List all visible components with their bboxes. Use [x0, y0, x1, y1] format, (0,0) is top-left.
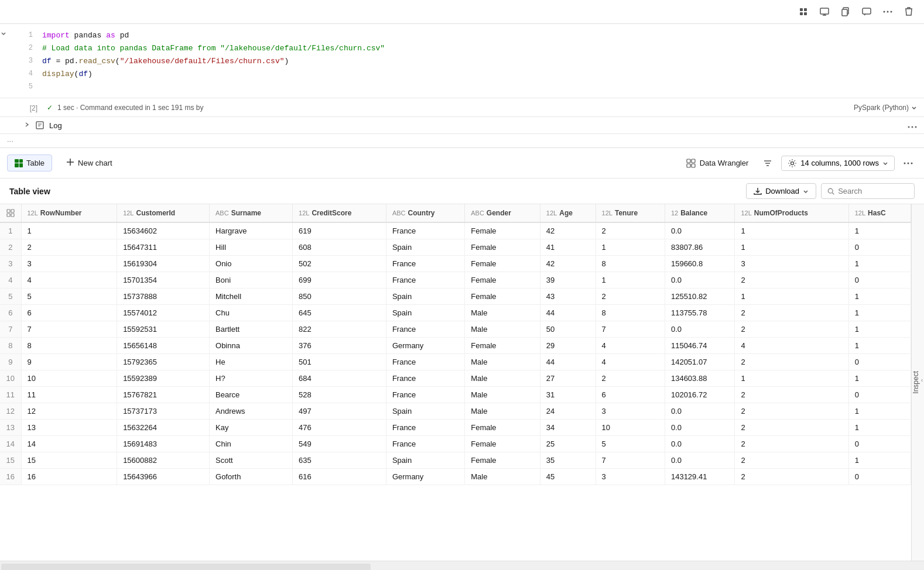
new-chart-button[interactable]: New chart	[59, 154, 119, 171]
log-expand-button[interactable]	[23, 121, 30, 130]
row-index-cell: 5	[0, 289, 21, 305]
table-cell: 15619304	[117, 256, 210, 272]
table-cell: 0	[848, 469, 911, 485]
table-cell: 1	[596, 272, 665, 289]
table-cell: 2	[596, 222, 665, 239]
table-cell: 376	[293, 338, 386, 354]
table-cell: 134603.88	[665, 370, 735, 387]
bottom-scrollbar[interactable]	[0, 561, 924, 570]
table-row: 121215737173Andrews497SpainMale2430.021	[0, 403, 911, 420]
table-cell: Male	[465, 387, 540, 403]
table-cell: Onio	[210, 256, 293, 272]
table-cell: 41	[540, 239, 596, 256]
col-hasc: 12LHasC	[848, 204, 911, 222]
table-tab[interactable]: Table	[7, 154, 52, 171]
svg-point-18	[915, 126, 917, 128]
table-row: 5515737888Mitchell850SpainFemale43212551…	[0, 289, 911, 305]
table-cell: 2	[735, 420, 848, 436]
table-cell: 2	[735, 469, 848, 485]
table-cell: 15632264	[117, 420, 210, 436]
download-button[interactable]: Download	[746, 183, 816, 199]
table-cell: France	[386, 256, 464, 272]
log-label: Log	[49, 121, 62, 130]
table-cell: 0.0	[665, 321, 735, 338]
table-cell: 4	[596, 354, 665, 370]
table-cell: 15691483	[117, 436, 210, 452]
inspect-label: Inspect	[912, 371, 920, 394]
table-cell: 9	[21, 354, 117, 370]
table-cell: 15701354	[117, 272, 210, 289]
columns-rows-button[interactable]: 14 columns, 1000 rows	[781, 156, 895, 171]
table-cell: France	[386, 436, 464, 452]
table-grid-icon	[15, 159, 23, 167]
table-cell: 31	[540, 387, 596, 403]
table-cell: 0	[848, 436, 911, 452]
more-icon-button[interactable]	[879, 4, 896, 20]
table-cell: 102016.72	[665, 387, 735, 403]
table-cell: 1	[596, 239, 665, 256]
output-panel: Table New chart Data Wrangler 14 col	[0, 147, 924, 570]
svg-point-17	[912, 126, 913, 128]
table-cell: 645	[293, 305, 386, 321]
row-index-cell: 16	[0, 469, 21, 485]
data-wrangler-icon	[686, 158, 696, 169]
table-cell: 6	[596, 387, 665, 403]
filter-button[interactable]	[759, 154, 776, 172]
table-cell: 3	[21, 256, 117, 272]
table-cell: 10	[21, 370, 117, 387]
table-cell: 850	[293, 289, 386, 305]
table-cell: 528	[293, 387, 386, 403]
table-cell: 1	[735, 370, 848, 387]
table-cell: 3	[735, 256, 848, 272]
table-cell: 1	[735, 289, 848, 305]
table-cell: Female	[465, 420, 540, 436]
data-table-wrapper[interactable]: 12LRowNumber 12LCustomerId ABCSurname 12…	[0, 204, 911, 561]
svg-rect-37	[11, 214, 14, 217]
table-cell: 11	[21, 387, 117, 403]
svg-rect-3	[804, 12, 807, 15]
table-cell: Spain	[386, 403, 464, 420]
table-cell: Scott	[210, 452, 293, 469]
table-cell: 6	[21, 305, 117, 321]
table-cell: 0.0	[665, 403, 735, 420]
more-options-button[interactable]	[899, 154, 917, 172]
code-editor[interactable]: 1 import pandas as pd 2 # Load data into…	[14, 24, 924, 98]
table-cell: 0	[848, 387, 911, 403]
code-line-3: df = pd.read_csv("/lakehouse/default/Fil…	[42, 57, 289, 66]
status-text: 1 sec · Command executed in 1 sec 191 ms…	[57, 104, 203, 112]
table-cell: 1	[848, 452, 911, 469]
chat-icon-button[interactable]	[858, 4, 875, 20]
row-index-cell: 9	[0, 354, 21, 370]
table-cell: 2	[735, 321, 848, 338]
table-cell: France	[386, 222, 464, 239]
ml-icon-button[interactable]	[795, 4, 812, 20]
col-numofproducts: 12LNumOfProducts	[735, 204, 848, 222]
search-icon	[827, 187, 834, 195]
inspect-panel[interactable]: Inspect	[911, 204, 924, 561]
log-more-button[interactable]	[908, 121, 917, 130]
table-row: 4415701354Boni699FranceFemale3910.020	[0, 272, 911, 289]
copy-icon-button[interactable]	[837, 4, 854, 20]
table-cell: 45	[540, 469, 596, 485]
code-line-2: # Load data into pandas DataFrame from "…	[42, 44, 385, 53]
line-number-2: 2	[21, 44, 33, 52]
table-cell: France	[386, 354, 464, 370]
table-cell: 15767821	[117, 387, 210, 403]
row-index-cell: 12	[0, 403, 21, 420]
search-box[interactable]	[821, 183, 915, 199]
svg-rect-22	[692, 159, 695, 163]
table-cell: 1	[848, 338, 911, 354]
table-cell: Chin	[210, 436, 293, 452]
svg-rect-21	[687, 159, 690, 163]
chevron-down-icon	[882, 160, 888, 166]
table-cell: 5	[21, 289, 117, 305]
table-cell: 0	[848, 239, 911, 256]
table-cell: 2	[21, 239, 117, 256]
monitor-icon-button[interactable]	[816, 4, 833, 20]
delete-icon-button[interactable]	[901, 4, 917, 20]
settings-icon	[788, 159, 797, 168]
data-wrangler-button[interactable]: Data Wrangler	[680, 154, 755, 172]
collapse-button[interactable]	[0, 24, 14, 98]
download-label: Download	[765, 187, 799, 195]
search-input[interactable]	[838, 187, 908, 195]
